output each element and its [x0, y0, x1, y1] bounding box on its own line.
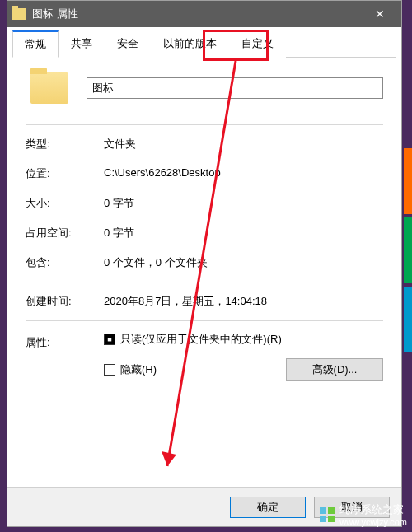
label-size-on-disk: 占用空间:: [26, 226, 104, 240]
tab-sharing[interactable]: 共享: [59, 30, 105, 58]
attributes-section: 属性: ■ 只读(仅应用于文件夹中的文件)(R) 隐藏(H) 高级(D)...: [26, 325, 383, 381]
label-size: 大小:: [26, 196, 104, 211]
label-attributes: 属性:: [26, 332, 104, 381]
value-type: 文件夹: [104, 137, 383, 152]
row-size-on-disk: 占用空间: 0 字节: [26, 218, 383, 248]
label-type: 类型:: [26, 137, 104, 152]
watermark: 纯净系统之家 www.ycwjzy.com: [320, 502, 407, 527]
row-contains: 包含: 0 个文件，0 个文件夹: [26, 248, 383, 278]
tabs: 常规 共享 安全 以前的版本 自定义: [12, 30, 396, 58]
folder-large-icon: [30, 72, 68, 104]
tab-general[interactable]: 常规: [12, 30, 59, 58]
label-created: 创建时间:: [26, 294, 104, 309]
value-location: C:\Users\62628\Desktop: [104, 166, 383, 181]
checkbox-hidden[interactable]: 隐藏(H): [104, 362, 157, 377]
close-button[interactable]: ✕: [363, 1, 396, 27]
ok-button[interactable]: 确定: [230, 497, 306, 518]
row-location: 位置: C:\Users\62628\Desktop: [26, 159, 383, 189]
tab-customize[interactable]: 自定义: [229, 30, 286, 58]
window-title: 图标 属性: [32, 7, 363, 21]
tab-security[interactable]: 安全: [105, 30, 151, 58]
watermark-url: www.ycwjzy.com: [339, 517, 407, 527]
name-row: [26, 72, 383, 104]
divider: [26, 320, 383, 321]
folder-icon: [12, 8, 26, 20]
checkbox-icon: ■: [104, 334, 115, 345]
divider: [26, 282, 383, 282]
decorative-stripes: [404, 148, 412, 356]
tab-previous-versions[interactable]: 以前的版本: [151, 30, 229, 58]
divider: [26, 124, 383, 125]
watermark-logo-icon: [320, 507, 335, 522]
watermark-text: 纯净系统之家: [339, 502, 407, 517]
folder-name-input[interactable]: [87, 77, 383, 99]
label-contains: 包含:: [26, 255, 104, 270]
properties-dialog: 图标 属性 ✕ 常规 共享 安全 以前的版本 自定义 类型: 文件夹 位置: C…: [7, 0, 402, 527]
value-size: 0 字节: [104, 196, 383, 211]
titlebar: 图标 属性 ✕: [7, 1, 401, 27]
attributes-controls: ■ 只读(仅应用于文件夹中的文件)(R) 隐藏(H) 高级(D)...: [104, 332, 383, 381]
checkbox-readonly[interactable]: ■ 只读(仅应用于文件夹中的文件)(R): [104, 332, 383, 347]
tab-content: 类型: 文件夹 位置: C:\Users\62628\Desktop 大小: 0…: [7, 58, 401, 487]
readonly-label: 只读(仅应用于文件夹中的文件)(R): [120, 332, 282, 347]
value-size-on-disk: 0 字节: [104, 226, 383, 240]
tabs-container: 常规 共享 安全 以前的版本 自定义: [7, 27, 401, 58]
value-created: 2020年8月7日，星期五，14:04:18: [104, 294, 383, 309]
row-size: 大小: 0 字节: [26, 189, 383, 218]
row-type: 类型: 文件夹: [26, 129, 383, 159]
hidden-label: 隐藏(H): [120, 362, 157, 377]
label-location: 位置:: [26, 166, 104, 181]
row-created: 创建时间: 2020年8月7日，星期五，14:04:18: [26, 287, 383, 316]
value-contains: 0 个文件，0 个文件夹: [104, 255, 383, 270]
advanced-button[interactable]: 高级(D)...: [286, 358, 383, 381]
attr-bottom-row: 隐藏(H) 高级(D)...: [104, 358, 383, 381]
checkbox-icon: [104, 364, 115, 376]
